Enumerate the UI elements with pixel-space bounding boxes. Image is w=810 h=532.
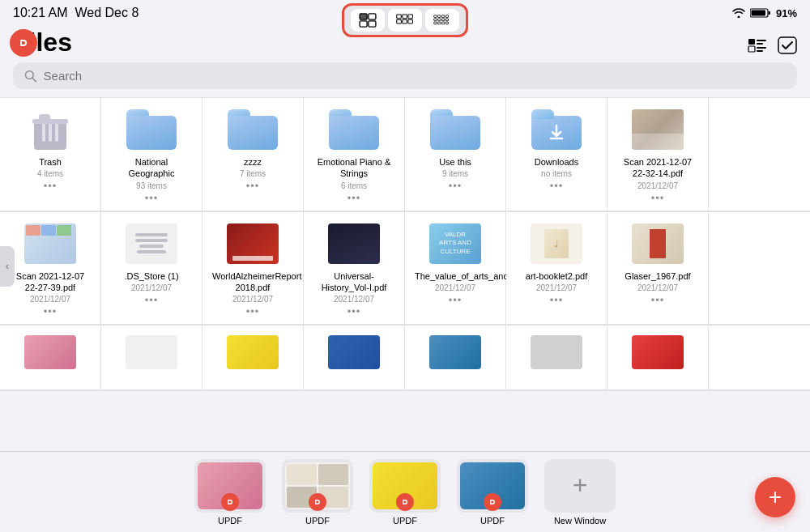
file-item-ds-store[interactable]: .DS_Store (1) 2021/12/07 ••• xyxy=(101,212,202,326)
file-name: Scan 2021-12-07 22-32-14.pdf xyxy=(617,156,698,180)
list-view-icon[interactable] xyxy=(747,36,768,54)
file-menu-dots[interactable]: ••• xyxy=(246,305,260,317)
file-item-universal[interactable]: Universal-History_Vol-I.pdf 2021/12/07 •… xyxy=(304,212,405,326)
file-meta: 2021/12/07 xyxy=(536,283,577,292)
dock-label-1: UPDF xyxy=(218,516,242,526)
file-item-empty2 xyxy=(709,212,810,326)
world-alz-thumbnail xyxy=(227,223,279,264)
view-toggle-medium[interactable] xyxy=(388,9,422,32)
status-time: 10:21 AM Wed Dec 8 xyxy=(13,6,139,20)
file-item-emotional-piano[interactable]: Emotional Piano & Strings 6 items ••• xyxy=(304,98,405,211)
file-item-trash[interactable]: Trash 4 items ••• xyxy=(0,98,101,211)
file-menu-dots[interactable]: ••• xyxy=(44,305,58,317)
new-window-label: New Window xyxy=(554,516,606,526)
scan2-thumbnail xyxy=(24,223,76,264)
file-item-art-booklet[interactable]: ♩ art-booklet2.pdf 2021/12/07 ••• xyxy=(506,212,608,326)
svg-rect-41 xyxy=(32,119,68,124)
folder-icon xyxy=(329,109,379,150)
file-menu-dots[interactable]: ••• xyxy=(347,305,361,317)
files-grid: Trash 4 items ••• National Geographic 93… xyxy=(0,97,810,391)
dock-item-2[interactable]: UPDF xyxy=(277,459,358,526)
file-menu-dots[interactable]: ••• xyxy=(44,180,58,192)
status-indicators: 91% xyxy=(732,7,797,19)
dock-item-3[interactable]: UPDF xyxy=(364,459,446,526)
file-name: Glaser_1967.pdf xyxy=(625,270,690,282)
new-window-button[interactable]: + xyxy=(544,459,616,513)
dock-item-4[interactable]: UPDF xyxy=(452,459,533,526)
file-name: Trash xyxy=(39,156,62,168)
header-actions xyxy=(747,36,797,57)
file-menu-dots[interactable]: ••• xyxy=(246,180,260,192)
svg-rect-16 xyxy=(446,15,448,18)
dock-item-1[interactable]: UPDF xyxy=(190,459,271,526)
file-menu-dots[interactable]: ••• xyxy=(550,294,564,306)
file-item-downloads[interactable]: Downloads no items ••• xyxy=(506,98,608,211)
file-menu-dots[interactable]: ••• xyxy=(449,294,463,306)
svg-line-35 xyxy=(32,78,36,81)
glaser-thumbnail xyxy=(632,223,684,264)
file-meta: 2021/12/07 xyxy=(637,283,678,292)
dock-label-3: UPDF xyxy=(393,516,417,526)
art-booklet-thumbnail: ♩ xyxy=(531,223,582,264)
file-item-world-alz[interactable]: WorldAlzheimerReport 2018.pdf 2021/12/07… xyxy=(202,212,304,326)
file-item-r3b[interactable] xyxy=(101,326,202,390)
checkmark-icon[interactable] xyxy=(778,36,797,54)
svg-rect-30 xyxy=(748,46,755,52)
file-menu-dots[interactable]: ••• xyxy=(651,192,665,204)
plus-icon: + xyxy=(769,486,782,509)
file-menu-dots[interactable]: ••• xyxy=(651,294,665,306)
updf-logo xyxy=(10,29,37,57)
folder-icon xyxy=(228,109,278,150)
r3f-thumbnail xyxy=(531,335,582,369)
file-item-zzzz[interactable]: zzzz 7 items ••• xyxy=(202,98,304,211)
file-item-national-geo[interactable]: National Geographic 93 items ••• xyxy=(101,98,202,211)
svg-rect-24 xyxy=(446,22,448,24)
search-input[interactable] xyxy=(44,69,786,83)
file-menu-dots[interactable]: ••• xyxy=(347,192,361,204)
file-item-r3d[interactable] xyxy=(304,326,405,390)
svg-rect-22 xyxy=(438,22,441,24)
file-menu-dots[interactable]: ••• xyxy=(145,294,159,306)
svg-rect-11 xyxy=(403,19,407,23)
search-bar[interactable] xyxy=(13,62,797,89)
r3g-thumbnail xyxy=(632,335,684,369)
search-icon xyxy=(24,70,37,83)
ds-thumbnail xyxy=(126,223,177,264)
svg-rect-27 xyxy=(748,39,755,45)
file-item-use-this[interactable]: Use this 9 items ••• xyxy=(405,98,506,211)
file-item-scan2[interactable]: Scan 2021-12-07 22-27-39.pdf 2021/12/07 … xyxy=(0,212,101,326)
svg-rect-20 xyxy=(446,19,448,21)
file-item-arts[interactable]: VALDRARTS ANDCULTURE The_value_of_arts_a… xyxy=(405,212,506,326)
svg-rect-19 xyxy=(441,19,444,21)
file-menu-dots[interactable]: ••• xyxy=(550,180,564,192)
fab-add-button[interactable]: + xyxy=(755,477,795,517)
updf-badge-2 xyxy=(309,493,326,511)
wifi-icon xyxy=(732,8,745,18)
file-item-r3a[interactable] xyxy=(0,326,101,390)
file-menu-dots[interactable]: ••• xyxy=(449,180,463,192)
file-item-r3e[interactable] xyxy=(405,326,506,390)
file-item-glaser[interactable]: Glaser_1967.pdf 2021/12/07 ••• xyxy=(608,212,709,326)
trash-folder-icon xyxy=(31,108,70,151)
left-arrow-tab[interactable]: ‹ xyxy=(0,246,15,287)
view-toggle-large[interactable] xyxy=(351,9,385,32)
file-name: Universal-History_Vol-I.pdf xyxy=(313,270,394,294)
file-item-scan1[interactable]: Scan 2021-12-07 22-32-14.pdf 2021/12/07 … xyxy=(608,98,709,211)
svg-rect-7 xyxy=(397,15,402,19)
view-toggle-group[interactable] xyxy=(342,3,468,37)
file-meta: 6 items xyxy=(341,181,367,190)
file-item-r3f[interactable] xyxy=(506,326,608,390)
dock-item-new-window[interactable]: + New Window xyxy=(539,459,620,526)
svg-rect-40 xyxy=(55,122,58,142)
file-item-r3g[interactable] xyxy=(608,326,709,390)
file-name: .DS_Store (1) xyxy=(124,270,178,282)
file-meta: 2021/12/07 xyxy=(30,295,70,304)
file-item-r3c[interactable] xyxy=(202,326,304,390)
file-meta: no items xyxy=(541,169,572,178)
view-toggle-small[interactable] xyxy=(425,9,459,32)
file-menu-dots[interactable]: ••• xyxy=(145,192,159,204)
file-meta: 2021/12/07 xyxy=(435,283,475,292)
svg-rect-3 xyxy=(360,14,367,19)
svg-rect-14 xyxy=(438,15,441,18)
file-name: Emotional Piano & Strings xyxy=(313,156,394,180)
